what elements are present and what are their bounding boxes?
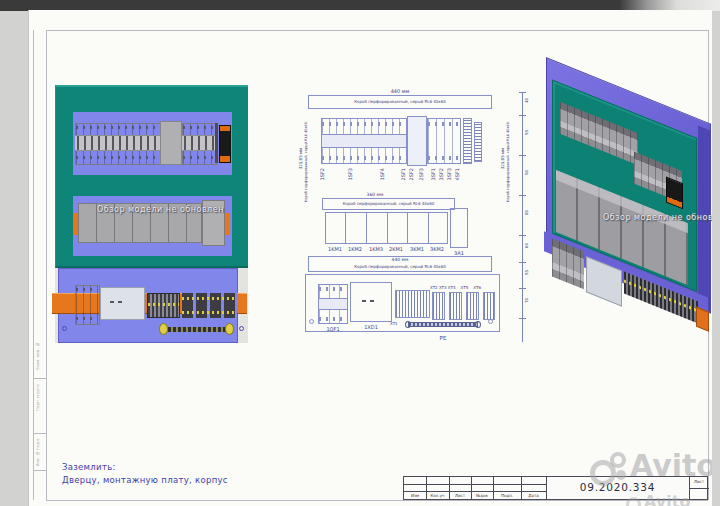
- duct-left-label: Короб перфорированный, серый RL6 40x60: [304, 122, 308, 202]
- tb-line-h1: [404, 484, 546, 485]
- breaker-label-4: 2SF2: [408, 168, 414, 180]
- margin-divider-1: [33, 378, 46, 379]
- breaker-label-9: 4SF1: [454, 168, 460, 180]
- sch-xd: [350, 282, 392, 322]
- contactor-label-5: 3KM2: [428, 246, 446, 252]
- contactor-label-4: 3KM1: [408, 246, 426, 252]
- dim-chain-tick-1: [519, 115, 526, 116]
- contactor-label-2: 1KM3: [367, 246, 385, 252]
- sch-contactors: [325, 212, 448, 244]
- sch-breaker-left-dots-bottom: [322, 156, 406, 160]
- breaker-screws-right-top: [183, 126, 214, 129]
- sch-breaker-right-dots-bottom: [428, 156, 460, 160]
- ground-screw-left: [159, 323, 168, 335]
- sch-breaker-right-dots-top: [428, 122, 460, 126]
- rail-module-marks: [110, 301, 124, 303]
- duct-right-label: Короб перфорированный, серый RL6 40x60: [506, 122, 510, 202]
- drawing-sheet: Взам. инв. № Подп. и дата Инв. № подл. О…: [28, 10, 712, 506]
- dimension-view: 440 мм Короб перфорированный, серый RL6 …: [300, 88, 538, 348]
- dim-chain-tick-6: [519, 288, 526, 289]
- sch-qf-band: [319, 298, 347, 310]
- terminal-groups-dots-top: [182, 297, 237, 300]
- breaker-toggles-left: [75, 135, 160, 151]
- dim-chain-line: [522, 92, 523, 342]
- rail-clip-left: [73, 213, 78, 235]
- margin-column-line: [33, 30, 34, 500]
- sch-aux-device: [474, 122, 482, 162]
- ground-screw-right: [225, 323, 234, 335]
- dim-chain-tick-7: [519, 318, 526, 319]
- breaker-spacer: [160, 121, 182, 165]
- screenshot-root: { "watermarks": { "model_note": "Обзор м…: [0, 0, 720, 506]
- tb-col-izm: Изм: [404, 492, 426, 501]
- sch-terminal-group-2: [449, 292, 462, 320]
- dim-chain-val-5: 95: [524, 270, 529, 275]
- iso-terminal-endcap: [696, 307, 709, 332]
- rail-breaker-screws-bottom: [76, 317, 97, 320]
- terminal-strip-dense-dots: [148, 303, 179, 306]
- ground-note-line1: Заземлить:: [62, 462, 228, 472]
- tb-col-podp: Подп.: [493, 492, 521, 501]
- sch-pe-tab-right: [475, 321, 481, 328]
- dim-chain-tick-0: [519, 92, 526, 93]
- breaker-label-2: 1SF4: [379, 168, 385, 180]
- iso-skewed-group: [546, 70, 712, 381]
- breaker-label-1: 1SF3: [347, 168, 353, 180]
- avito-logo2-circle: [626, 497, 641, 506]
- dim-bottom: 440 мм: [308, 257, 492, 262]
- avito-watermark2-text: Avito: [644, 492, 690, 506]
- dim-chain-val-1: 95: [524, 130, 529, 135]
- sch-hole-left: [309, 319, 314, 324]
- duct-mid-label: Короб перфорированный, серый RL6 40x60: [322, 201, 455, 206]
- power-supply-device: [219, 125, 231, 163]
- margin-label-2: Подп. и дата: [35, 384, 40, 411]
- dim-right-height: 325,85 мм: [500, 148, 505, 169]
- dim-left-height: 325,85 мм: [298, 148, 303, 169]
- sch-hole-right: [488, 319, 493, 324]
- margin-label-3: Инв. № подл.: [35, 438, 40, 466]
- avito-logo-circle-small: [610, 452, 626, 468]
- sch-xd-marks: [362, 300, 378, 302]
- contactor-label-1: 1KM2: [346, 246, 364, 252]
- sch-terminal-group-4: [483, 292, 495, 320]
- ground-note: Заземлить: Дверцу, монтажную плату, корп…: [62, 462, 228, 485]
- breaker-label-5: 2SF3: [418, 168, 424, 180]
- tb-col-dok: №док: [471, 492, 493, 501]
- dim-chain-val-3: 80: [524, 210, 529, 215]
- dim-top: 440 мм: [300, 88, 500, 94]
- dim-chain-tick-5: [519, 262, 526, 263]
- din-end-bracket: [215, 123, 218, 163]
- breaker-label-3: 2SF1: [400, 168, 406, 180]
- margin-divider-3: [33, 470, 46, 471]
- model-watermark-iso: Обзор модели не обновлен: [603, 213, 712, 222]
- breaker-label-6: 3SF1: [430, 168, 436, 180]
- dim-chain-val-2: 90: [524, 170, 529, 175]
- pe-bar: [163, 327, 233, 332]
- frame-bottom-line: [46, 500, 708, 501]
- sch-pe-bar: [408, 322, 478, 327]
- sch-end-device: [463, 118, 472, 164]
- terminal-groups-dots-bottom: [182, 311, 237, 314]
- duct-top-label: Короб перфорированный, серый RL6 40x60: [308, 99, 492, 104]
- breaker-screws-left-bottom: [76, 156, 159, 159]
- rail-module-box: [100, 287, 145, 320]
- avito-logo-dot: [616, 470, 626, 480]
- terminal-top-labels: XT2 XT3 XT4 XT5 XT6: [430, 285, 481, 290]
- iso-view: Обзор модели не обновлен: [546, 70, 712, 340]
- duct-bottom-label: Короб перфорированный, серый RL6 40x60: [308, 264, 492, 269]
- breaker-label-7: 3SF2: [438, 168, 444, 180]
- front-view: Обзор модели не обновлен: [55, 85, 248, 343]
- dim-chain-val-4: 60: [524, 243, 529, 248]
- sch-terminal-group-1: [432, 292, 445, 320]
- breaker-screws-right-bottom: [183, 156, 214, 159]
- frame-left-line: [46, 30, 47, 500]
- sch-pe-tab-left: [405, 321, 411, 328]
- contactor-label-3: 2KM1: [387, 246, 405, 252]
- sch-qf-dots-top: [319, 287, 347, 291]
- sch-terminal-group-3: [466, 292, 479, 320]
- frame-top-line: [46, 30, 708, 31]
- xd-label: 1XD1: [350, 324, 392, 330]
- dim-chain-val-6: 70: [524, 298, 529, 303]
- avito-watermark-secondary: Avito: [626, 492, 712, 506]
- rail-clip-right: [225, 213, 230, 235]
